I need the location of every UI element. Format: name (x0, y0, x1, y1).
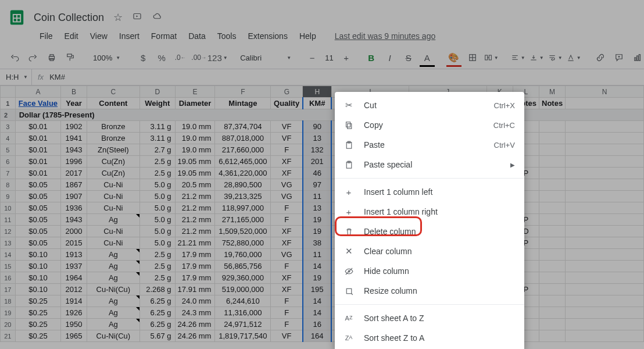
cell[interactable]: VG (271, 249, 303, 261)
cell[interactable]: Cu-Ni (87, 179, 139, 191)
cell[interactable]: 1950 (61, 319, 87, 330)
row-header[interactable]: 15 (1, 261, 16, 272)
cell[interactable]: Ag (87, 319, 139, 330)
row-header[interactable]: 6 (1, 156, 16, 168)
cell[interactable]: 24.3 mm (175, 307, 215, 319)
cell[interactable]: 929,360,000 (215, 272, 271, 284)
row-header[interactable]: 20 (1, 319, 16, 330)
cell[interactable]: $0.05 (15, 191, 61, 202)
cell[interactable]: VF (271, 121, 303, 133)
cell[interactable]: $0.05 (15, 202, 61, 214)
cell[interactable]: 1867 (61, 179, 87, 191)
col-header-N[interactable]: N (566, 86, 644, 98)
cell[interactable]: 20.5 mm (175, 179, 215, 191)
text-color-button[interactable]: A (420, 50, 435, 65)
cell[interactable]: 1,509,520,000 (215, 226, 271, 237)
strikethrough-button[interactable]: S (401, 50, 416, 65)
cell[interactable]: Cu-Ni(Cu) (87, 284, 139, 295)
format-percent-button[interactable]: % (154, 50, 169, 65)
cell[interactable] (539, 133, 566, 144)
cell[interactable]: 5.0 g (139, 214, 175, 226)
ctx-insert-left[interactable]: + Insert 1 column left (335, 182, 524, 202)
row-header[interactable]: 16 (1, 272, 16, 284)
menu-format[interactable]: Format (145, 29, 183, 43)
menu-data[interactable]: Data (183, 29, 212, 43)
font-select[interactable]: Calibri▼ (237, 54, 295, 62)
cell[interactable]: 5.67 g (139, 330, 175, 342)
doc-title[interactable]: Coin Collection (34, 12, 104, 24)
spreadsheet-grid[interactable]: ABCDEFGHIJKLMN1Face ValueYearContentWeig… (0, 86, 644, 342)
cell[interactable] (539, 179, 566, 191)
ctx-resize-column[interactable]: Resize column (335, 281, 524, 301)
cell[interactable]: 1936 (61, 202, 87, 214)
cell[interactable] (539, 202, 566, 214)
cell[interactable] (566, 133, 644, 144)
cell[interactable]: 24.26 mm (175, 319, 215, 330)
header-cell[interactable] (566, 98, 644, 109)
font-size-decrease[interactable]: − (306, 50, 318, 65)
cell[interactable]: 11 (303, 191, 332, 202)
row-header[interactable]: 4 (1, 133, 16, 144)
text-rotation-button[interactable]: ▼ (566, 50, 581, 65)
menu-help[interactable]: Help (294, 29, 322, 43)
cell[interactable]: 3.11 g (139, 121, 175, 133)
cell[interactable]: $0.01 (15, 168, 61, 179)
cell[interactable] (566, 237, 644, 249)
cell[interactable]: $0.05 (15, 179, 61, 191)
cell[interactable]: 5.0 g (139, 191, 175, 202)
cell[interactable] (566, 168, 644, 179)
cell[interactable]: 2015 (61, 237, 87, 249)
fill-color-button[interactable]: 🎨 (446, 50, 461, 65)
ctx-delete-column[interactable]: Delete column (335, 222, 524, 241)
font-size-input[interactable]: 11 (321, 54, 337, 62)
cell[interactable]: $0.05 (15, 214, 61, 226)
cell[interactable]: 6.25 g (139, 295, 175, 307)
text-wrap-button[interactable]: ▼ (548, 50, 563, 65)
font-size-increase[interactable]: + (341, 50, 352, 65)
cell[interactable]: 752,880,000 (215, 237, 271, 249)
row-header[interactable]: 11 (1, 214, 16, 226)
format-currency-button[interactable]: $ (135, 50, 151, 65)
row-header[interactable]: 21 (1, 330, 16, 342)
cell[interactable]: 21.2 mm (175, 202, 215, 214)
move-icon[interactable] (132, 11, 142, 24)
cell[interactable]: 2.268 g (139, 284, 175, 295)
cell[interactable]: 87,374,704 (215, 121, 271, 133)
cell[interactable]: 90 (303, 121, 332, 133)
cell[interactable] (539, 330, 566, 342)
cell[interactable]: XF (271, 156, 303, 168)
ctx-copy[interactable]: Copy Ctrl+C (335, 115, 524, 135)
formula-value[interactable]: KM# (49, 73, 65, 81)
last-edit-link[interactable]: Last edit was 9 minutes ago (329, 29, 442, 43)
cell[interactable]: F (271, 319, 303, 330)
cell[interactable]: 6,612,465,000 (215, 156, 271, 168)
row-header[interactable]: 1 (1, 98, 16, 109)
cell[interactable]: 19.05 mm (175, 168, 215, 179)
col-header-D[interactable]: D (139, 86, 175, 98)
col-header-E[interactable]: E (175, 86, 215, 98)
cell[interactable]: 19,760,000 (215, 249, 271, 261)
vertical-align-button[interactable]: ▼ (529, 50, 544, 65)
cell[interactable]: 21.2 mm (175, 226, 215, 237)
cell[interactable] (539, 319, 566, 330)
cell[interactable] (566, 249, 644, 261)
menu-file[interactable]: File (34, 29, 59, 43)
cell[interactable]: 17.91 mm (175, 284, 215, 295)
merge-cells-button[interactable]: ▼ (484, 50, 499, 65)
cell[interactable]: $0.25 (15, 319, 61, 330)
insert-chart-button[interactable] (630, 50, 644, 65)
cell[interactable] (566, 307, 644, 319)
ctx-sort-za[interactable]: ZA Sort sheet Z to A (335, 328, 524, 348)
header-cell[interactable]: Content (87, 98, 139, 109)
cell[interactable]: VF (271, 330, 303, 342)
cell[interactable]: 5.0 g (139, 179, 175, 191)
cell[interactable]: 1996 (61, 156, 87, 168)
cell[interactable]: 2.5 g (139, 249, 175, 261)
cell[interactable]: 19.0 mm (175, 144, 215, 156)
cell[interactable]: 118,997,000 (215, 202, 271, 214)
cell[interactable]: F (271, 261, 303, 272)
cell[interactable]: 3.11 g (139, 133, 175, 144)
more-formats-button[interactable]: 123▼ (210, 50, 225, 65)
row-header[interactable]: 18 (1, 295, 16, 307)
cell[interactable]: 519,000,000 (215, 284, 271, 295)
